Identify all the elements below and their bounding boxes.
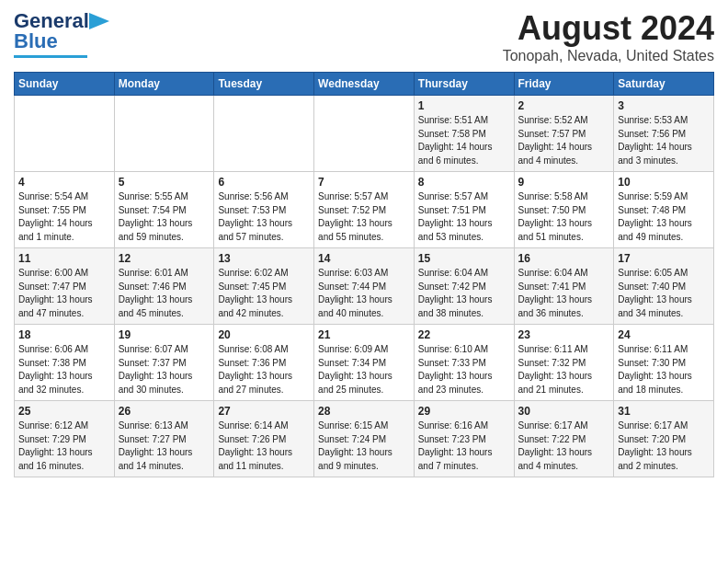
cell-content: Sunrise: 5:52 AM Sunset: 7:57 PM Dayligh… bbox=[518, 114, 610, 167]
calendar-week-row: 11Sunrise: 6:00 AM Sunset: 7:47 PM Dayli… bbox=[15, 248, 714, 325]
day-number: 10 bbox=[618, 176, 710, 189]
table-row bbox=[314, 96, 415, 172]
table-row: 2Sunrise: 5:52 AM Sunset: 7:57 PM Daylig… bbox=[514, 96, 614, 172]
table-row: 3Sunrise: 5:53 AM Sunset: 7:56 PM Daylig… bbox=[614, 96, 714, 172]
day-number: 16 bbox=[518, 252, 610, 265]
col-sunday: Sunday bbox=[15, 73, 115, 96]
day-number: 27 bbox=[218, 405, 310, 418]
cell-content: Sunrise: 6:04 AM Sunset: 7:42 PM Dayligh… bbox=[418, 267, 510, 320]
day-number: 25 bbox=[18, 405, 110, 418]
cell-content: Sunrise: 6:11 AM Sunset: 7:30 PM Dayligh… bbox=[618, 343, 710, 396]
table-row: 30Sunrise: 6:17 AM Sunset: 7:22 PM Dayli… bbox=[514, 401, 614, 477]
cell-content: Sunrise: 6:17 AM Sunset: 7:20 PM Dayligh… bbox=[618, 419, 710, 473]
logo-underline bbox=[14, 55, 87, 58]
day-number: 19 bbox=[119, 328, 210, 341]
day-number: 17 bbox=[618, 252, 710, 265]
calendar-header-row: Sunday Monday Tuesday Wednesday Thursday… bbox=[15, 73, 714, 96]
logo-arrow-icon bbox=[89, 13, 109, 29]
cell-content: Sunrise: 5:53 AM Sunset: 7:56 PM Dayligh… bbox=[618, 114, 710, 167]
table-row: 9Sunrise: 5:58 AM Sunset: 7:50 PM Daylig… bbox=[514, 172, 614, 248]
table-row: 24Sunrise: 6:11 AM Sunset: 7:30 PM Dayli… bbox=[614, 325, 714, 401]
table-row: 28Sunrise: 6:15 AM Sunset: 7:24 PM Dayli… bbox=[314, 401, 415, 477]
calendar-week-row: 25Sunrise: 6:12 AM Sunset: 7:29 PM Dayli… bbox=[15, 401, 714, 477]
day-number: 28 bbox=[318, 405, 410, 418]
table-row: 10Sunrise: 5:59 AM Sunset: 7:48 PM Dayli… bbox=[614, 172, 714, 248]
cell-content: Sunrise: 6:11 AM Sunset: 7:32 PM Dayligh… bbox=[518, 343, 610, 396]
col-monday: Monday bbox=[114, 73, 214, 96]
table-row: 26Sunrise: 6:13 AM Sunset: 7:27 PM Dayli… bbox=[114, 401, 214, 477]
day-number: 31 bbox=[618, 405, 710, 418]
day-number: 1 bbox=[418, 99, 510, 112]
cell-content: Sunrise: 5:57 AM Sunset: 7:51 PM Dayligh… bbox=[418, 190, 510, 244]
calendar-week-row: 4Sunrise: 5:54 AM Sunset: 7:55 PM Daylig… bbox=[15, 172, 714, 248]
cell-content: Sunrise: 5:58 AM Sunset: 7:50 PM Dayligh… bbox=[518, 190, 610, 244]
table-row: 21Sunrise: 6:09 AM Sunset: 7:34 PM Dayli… bbox=[314, 325, 415, 401]
day-number: 4 bbox=[18, 176, 110, 189]
title-block: August 2024 Tonopah, Nevada, United Stat… bbox=[503, 9, 714, 64]
cell-content: Sunrise: 5:59 AM Sunset: 7:48 PM Dayligh… bbox=[618, 190, 710, 244]
day-number: 20 bbox=[218, 328, 310, 341]
cell-content: Sunrise: 6:09 AM Sunset: 7:34 PM Dayligh… bbox=[318, 343, 410, 396]
cell-content: Sunrise: 6:03 AM Sunset: 7:44 PM Dayligh… bbox=[318, 267, 410, 320]
calendar-week-row: 18Sunrise: 6:06 AM Sunset: 7:38 PM Dayli… bbox=[15, 325, 714, 401]
col-wednesday: Wednesday bbox=[314, 73, 415, 96]
table-row: 31Sunrise: 6:17 AM Sunset: 7:20 PM Dayli… bbox=[614, 401, 714, 477]
table-row: 25Sunrise: 6:12 AM Sunset: 7:29 PM Dayli… bbox=[15, 401, 115, 477]
cell-content: Sunrise: 6:13 AM Sunset: 7:27 PM Dayligh… bbox=[119, 419, 210, 473]
col-thursday: Thursday bbox=[414, 73, 514, 96]
cell-content: Sunrise: 6:08 AM Sunset: 7:36 PM Dayligh… bbox=[218, 343, 310, 396]
calendar-week-row: 1Sunrise: 5:51 AM Sunset: 7:58 PM Daylig… bbox=[15, 96, 714, 172]
cell-content: Sunrise: 5:51 AM Sunset: 7:58 PM Dayligh… bbox=[418, 114, 510, 167]
table-row: 5Sunrise: 5:55 AM Sunset: 7:54 PM Daylig… bbox=[114, 172, 214, 248]
col-friday: Friday bbox=[514, 73, 614, 96]
day-number: 11 bbox=[18, 252, 110, 265]
day-number: 8 bbox=[418, 176, 510, 189]
svg-marker-0 bbox=[89, 13, 109, 29]
table-row: 27Sunrise: 6:14 AM Sunset: 7:26 PM Dayli… bbox=[214, 401, 314, 477]
cell-content: Sunrise: 6:01 AM Sunset: 7:46 PM Dayligh… bbox=[119, 267, 210, 320]
cell-content: Sunrise: 6:00 AM Sunset: 7:47 PM Dayligh… bbox=[18, 267, 110, 320]
col-tuesday: Tuesday bbox=[214, 73, 314, 96]
logo-text-blue: Blue bbox=[14, 29, 58, 53]
table-row bbox=[214, 96, 314, 172]
table-row: 11Sunrise: 6:00 AM Sunset: 7:47 PM Dayli… bbox=[15, 248, 115, 325]
cell-content: Sunrise: 6:07 AM Sunset: 7:37 PM Dayligh… bbox=[119, 343, 210, 396]
cell-content: Sunrise: 6:16 AM Sunset: 7:23 PM Dayligh… bbox=[418, 419, 510, 473]
day-number: 26 bbox=[119, 405, 210, 418]
cell-content: Sunrise: 5:57 AM Sunset: 7:52 PM Dayligh… bbox=[318, 190, 410, 244]
main-title: August 2024 bbox=[503, 9, 714, 48]
day-number: 13 bbox=[218, 252, 310, 265]
subtitle: Tonopah, Nevada, United States bbox=[503, 48, 714, 64]
table-row: 13Sunrise: 6:02 AM Sunset: 7:45 PM Dayli… bbox=[214, 248, 314, 325]
day-number: 2 bbox=[518, 99, 610, 112]
table-row: 23Sunrise: 6:11 AM Sunset: 7:32 PM Dayli… bbox=[514, 325, 614, 401]
table-row: 14Sunrise: 6:03 AM Sunset: 7:44 PM Dayli… bbox=[314, 248, 415, 325]
table-row: 4Sunrise: 5:54 AM Sunset: 7:55 PM Daylig… bbox=[15, 172, 115, 248]
cell-content: Sunrise: 5:56 AM Sunset: 7:53 PM Dayligh… bbox=[218, 190, 310, 244]
day-number: 6 bbox=[218, 176, 310, 189]
cell-content: Sunrise: 6:15 AM Sunset: 7:24 PM Dayligh… bbox=[318, 419, 410, 473]
table-row: 15Sunrise: 6:04 AM Sunset: 7:42 PM Dayli… bbox=[414, 248, 514, 325]
day-number: 22 bbox=[418, 328, 510, 341]
cell-content: Sunrise: 6:06 AM Sunset: 7:38 PM Dayligh… bbox=[18, 343, 110, 396]
table-row bbox=[15, 96, 115, 172]
day-number: 24 bbox=[618, 328, 710, 341]
day-number: 5 bbox=[119, 176, 210, 189]
day-number: 9 bbox=[518, 176, 610, 189]
table-row bbox=[114, 96, 214, 172]
table-row: 22Sunrise: 6:10 AM Sunset: 7:33 PM Dayli… bbox=[414, 325, 514, 401]
cell-content: Sunrise: 6:12 AM Sunset: 7:29 PM Dayligh… bbox=[18, 419, 110, 473]
cell-content: Sunrise: 5:54 AM Sunset: 7:55 PM Dayligh… bbox=[18, 190, 110, 244]
table-row: 16Sunrise: 6:04 AM Sunset: 7:41 PM Dayli… bbox=[514, 248, 614, 325]
table-row: 20Sunrise: 6:08 AM Sunset: 7:36 PM Dayli… bbox=[214, 325, 314, 401]
day-number: 14 bbox=[318, 252, 410, 265]
table-row: 29Sunrise: 6:16 AM Sunset: 7:23 PM Dayli… bbox=[414, 401, 514, 477]
day-number: 29 bbox=[418, 405, 510, 418]
day-number: 23 bbox=[518, 328, 610, 341]
col-saturday: Saturday bbox=[614, 73, 714, 96]
table-row: 18Sunrise: 6:06 AM Sunset: 7:38 PM Dayli… bbox=[15, 325, 115, 401]
cell-content: Sunrise: 6:14 AM Sunset: 7:26 PM Dayligh… bbox=[218, 419, 310, 473]
cell-content: Sunrise: 6:10 AM Sunset: 7:33 PM Dayligh… bbox=[418, 343, 510, 396]
cell-content: Sunrise: 5:55 AM Sunset: 7:54 PM Dayligh… bbox=[119, 190, 210, 244]
page-container: General Blue August 2024 Tonopah, Nevada… bbox=[0, 0, 728, 482]
